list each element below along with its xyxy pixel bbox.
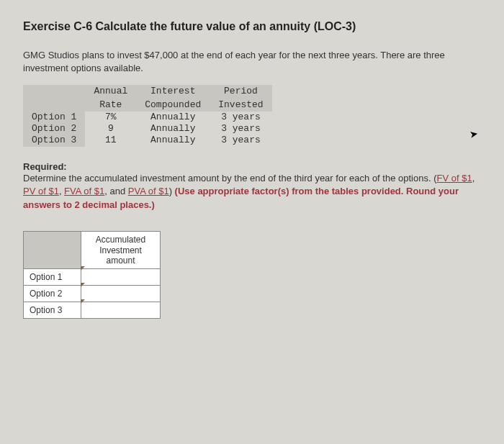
cell-rate: 11 — [85, 135, 136, 146]
required-text: Determine the accumulated investment amo… — [23, 172, 484, 213]
table-row: Option 1 — [24, 269, 161, 286]
cell-rate: 7% — [85, 112, 136, 123]
link-fva[interactable]: FVA of $1 — [64, 186, 104, 196]
options-corner — [23, 85, 85, 112]
row-label: Option 1 — [23, 112, 85, 123]
cell-rate: 9 — [85, 123, 136, 135]
cell-period: 3 years — [210, 135, 271, 146]
cell-comp: Annually — [136, 135, 210, 146]
col-comp-h1: Interest — [136, 85, 210, 98]
row-label: Option 3 — [23, 135, 85, 146]
hdr-l3: amount — [106, 255, 135, 266]
col-comp-h2: Compounded — [136, 99, 210, 112]
col-period-h2: Invested — [210, 99, 271, 112]
cell-period: 3 years — [210, 112, 271, 123]
required-block: Required: Determine the accumulated inve… — [23, 161, 484, 213]
answer-input-option3[interactable] — [81, 302, 161, 319]
table-row: Option 2 — [24, 286, 161, 302]
answer-input-option2[interactable] — [81, 286, 161, 302]
row-label: Option 2 — [23, 123, 85, 135]
table-row: Option 3 11 Annually 3 years — [23, 135, 272, 146]
cell-comp: Annually — [136, 123, 210, 135]
answer-corner — [24, 232, 81, 269]
sep: , — [472, 173, 475, 184]
col-rate-h2: Rate — [85, 99, 136, 112]
col-period-h1: Period — [210, 85, 271, 98]
table-row: Option 2 9 Annually 3 years — [23, 123, 272, 135]
hdr-l1: Accumulated — [96, 235, 145, 245]
link-pv[interactable]: PV of $1 — [23, 186, 59, 196]
intro-text: GMG Studios plans to invest $47,000 at t… — [23, 49, 484, 75]
answer-row-label: Option 1 — [24, 269, 81, 286]
cell-comp: Annually — [136, 112, 210, 123]
req-before: Determine the accumulated investment amo… — [23, 173, 437, 184]
col-rate-h1: Annual — [85, 85, 136, 98]
answer-row-label: Option 2 — [24, 286, 81, 302]
sep-and: , and — [104, 186, 128, 196]
table-row: Option 3 — [24, 302, 161, 319]
req-after-paren: ) — [169, 186, 175, 196]
answer-row-label: Option 3 — [24, 302, 81, 319]
hdr-l2: Investment — [99, 245, 142, 255]
required-label: Required: — [23, 161, 484, 172]
table-row: Option 1 7% Annually 3 years — [23, 112, 272, 123]
cell-period: 3 years — [210, 123, 271, 135]
exercise-title: Exercise C-6 Calculate the future value … — [23, 20, 484, 33]
answer-col-header: Accumulated Investment amount — [81, 232, 161, 269]
answer-table: Accumulated Investment amount Option 1 O… — [23, 231, 161, 319]
link-fv[interactable]: FV of $1 — [437, 173, 472, 184]
options-table: Annual Interest Period Rate Compounded I… — [23, 85, 272, 146]
cursor-icon: ➤ — [469, 127, 480, 140]
link-pva[interactable]: PVA of $1 — [128, 186, 169, 196]
answer-input-option1[interactable] — [81, 269, 161, 286]
